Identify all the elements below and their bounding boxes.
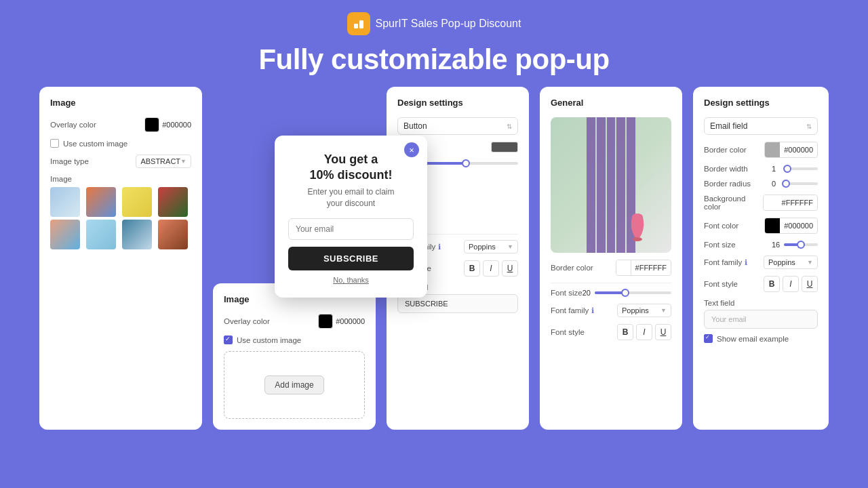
thumb-1[interactable]: [50, 187, 80, 217]
ds-email-font-size-row: Font size 16: [704, 241, 818, 249]
ds-email-fsize-label: Font size: [704, 241, 736, 249]
gen-fsize-slider[interactable]: [595, 291, 671, 294]
ds-btn-font-style-btns: B I U: [464, 260, 518, 277]
popup-close-button[interactable]: ×: [404, 142, 419, 157]
ds-email-ff-chevron: ▼: [807, 259, 813, 266]
image-grid-1: [50, 187, 191, 249]
image-type-row: Image type ABSTRACT ▼: [50, 155, 191, 168]
ds-email-ff-icon: ℹ: [745, 258, 747, 267]
ds-email-br-slider[interactable]: [784, 182, 818, 185]
thumb-8[interactable]: [158, 220, 188, 249]
overlay-color-row-2: Overlay color #000000: [224, 314, 365, 329]
add-image-area[interactable]: Add image: [224, 351, 365, 419]
ds-email-border-width-row: Border width 1: [704, 165, 818, 173]
gen-border-color-input[interactable]: #FFFFFF: [616, 260, 671, 276]
ds-email-underline[interactable]: U: [802, 276, 818, 292]
ds-email-bold[interactable]: B: [764, 276, 780, 292]
ds-email-fc-hex: #000000: [780, 220, 817, 231]
ds-btn-height-track[interactable]: [423, 162, 518, 165]
overlay-color-box-2[interactable]: [318, 314, 333, 329]
use-custom-cb-1[interactable]: [50, 139, 59, 148]
gen-border-label: Border color: [551, 264, 593, 272]
ds-btn-ff-select[interactable]: Poppins ▼: [464, 240, 518, 253]
ds-btn-border-swatch[interactable]: [491, 142, 518, 152]
image-type-value: ABSTRACT: [140, 157, 180, 165]
add-image-button[interactable]: Add image: [264, 375, 323, 394]
popup-subtitle: Enter you email to claimyour discount: [288, 186, 414, 209]
ds-email-border-radius-row: Border radius 0: [704, 180, 818, 188]
ds-btn-italic[interactable]: I: [483, 260, 499, 277]
ds-email-tf-preview[interactable]: Your email: [704, 310, 818, 329]
ds-email-title: Design settings: [704, 98, 818, 108]
show-email-label: Show email example: [717, 335, 789, 343]
thumb-5[interactable]: [50, 220, 80, 249]
use-custom-label-2: Use custom image: [237, 336, 301, 344]
ds-email-bg-swatch: [764, 195, 777, 210]
gen-italic[interactable]: I: [636, 324, 652, 340]
popup-modal: × You get a10% discount! Enter you email…: [275, 136, 427, 298]
gen-ff-icon: ℹ: [591, 306, 594, 315]
overlay-label-2: Overlay color: [224, 317, 270, 325]
image-type-select[interactable]: ABSTRACT ▼: [136, 155, 191, 168]
gen-ff-select[interactable]: Poppins ▼: [617, 304, 671, 317]
gen-underline[interactable]: U: [655, 324, 671, 340]
ds-email-tf-label: Text field: [704, 299, 818, 307]
ds-btn-height-slider: [423, 162, 518, 165]
header: SpurIT Sales Pop-up Discount Fully custo…: [0, 0, 868, 76]
ds-email-bc-swatch: [765, 142, 780, 157]
ds-email-bc-input[interactable]: #000000: [764, 142, 818, 158]
image-card-2: Image Overlay color #000000 Use custom i…: [213, 283, 376, 430]
use-custom-label-1: Use custom image: [63, 140, 127, 148]
ds-email-fsize-control: 16: [772, 241, 818, 249]
ds-email-bc-hex: #000000: [780, 144, 817, 155]
image-type-label: Image type: [50, 157, 89, 165]
ds-email-font-style-row: Font style B I U: [704, 276, 818, 292]
general-title: General: [551, 98, 671, 108]
gen-font-family-row: Font family ℹ Poppins ▼: [551, 304, 671, 317]
ds-email-ff-label: Font family: [704, 258, 742, 266]
ds-email-br-label: Border radius: [704, 180, 751, 188]
ds-btn-ff-value: Poppins: [469, 243, 496, 251]
thumb-4[interactable]: [158, 187, 188, 217]
image-label: Image: [50, 175, 191, 183]
ds-email-ff-select[interactable]: Poppins ▼: [764, 256, 818, 269]
popup-subscribe-button[interactable]: SUBSCRIBE: [288, 247, 414, 270]
cards-row: Image Overlay color #000000 Use custom i…: [0, 76, 868, 441]
popup-email-input[interactable]: [288, 218, 414, 240]
ds-btn-section-chevron: ⇅: [507, 123, 512, 130]
ds-email-fsize-value: 16: [772, 241, 781, 249]
image-type-chevron: ▼: [180, 158, 186, 165]
ds-email-ff-value: Poppins: [768, 258, 795, 266]
gen-border-hex: #FFFFFF: [631, 262, 671, 273]
thumb-3[interactable]: [122, 187, 152, 217]
thumb-2[interactable]: [86, 187, 116, 217]
overlay-color-box-1[interactable]: [144, 117, 159, 132]
use-custom-row-1: Use custom image: [50, 139, 191, 148]
ds-email-tf-placeholder: Your email: [711, 315, 747, 323]
ds-email-bg-input[interactable]: #FFFFFF: [763, 195, 818, 211]
show-email-cb[interactable]: [704, 334, 713, 343]
thumb-6[interactable]: [86, 220, 116, 249]
ds-email-font-style-btns: B I U: [764, 276, 818, 292]
general-preview: [551, 117, 671, 253]
ds-email-italic[interactable]: I: [783, 276, 799, 292]
gen-bold[interactable]: B: [617, 324, 633, 340]
thumb-7[interactable]: [122, 220, 152, 249]
ds-email-section-select[interactable]: Email field ⇅: [704, 117, 818, 135]
ds-email-fsize-slider[interactable]: [784, 243, 818, 246]
ds-email-bw-slider[interactable]: [784, 167, 818, 170]
ds-email-bc-label: Border color: [704, 146, 747, 154]
ds-email-fs-label: Font style: [704, 280, 738, 288]
use-custom-row-2: Use custom image: [224, 336, 365, 344]
ds-btn-section-select[interactable]: Button ⇅: [397, 117, 518, 135]
ds-email-fc-input[interactable]: #000000: [764, 218, 818, 234]
ds-btn-underline[interactable]: U: [502, 260, 518, 277]
curtain-1: [587, 117, 595, 253]
popup-no-thanks-link[interactable]: No, thanks: [288, 276, 414, 284]
gen-fsize-control: 20: [583, 289, 671, 297]
gen-ff-value: Poppins: [622, 306, 649, 314]
show-email-row: Show email example: [704, 334, 818, 343]
overlay-color-row-1: Overlay color #000000: [50, 117, 191, 132]
ds-btn-bold[interactable]: B: [464, 260, 480, 277]
use-custom-cb-2[interactable]: [224, 336, 233, 344]
